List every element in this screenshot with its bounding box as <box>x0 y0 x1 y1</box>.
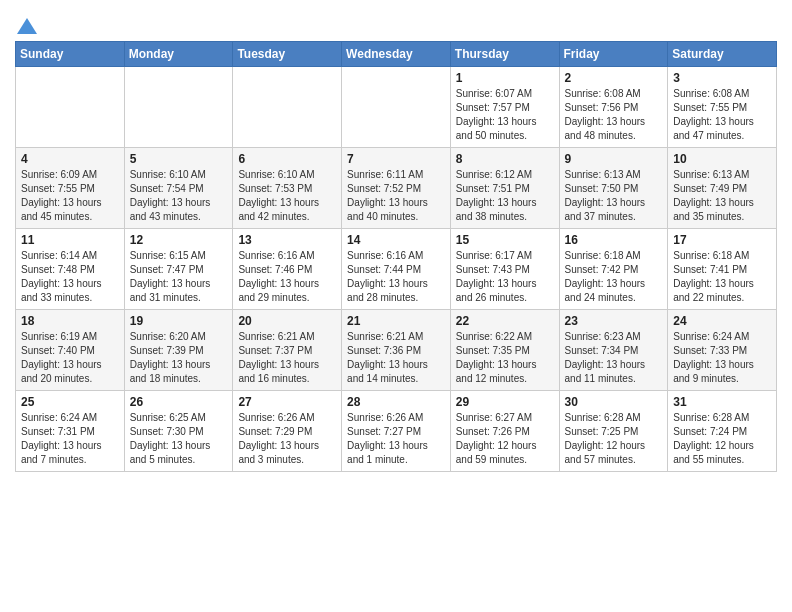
day-info: Sunrise: 6:17 AMSunset: 7:43 PMDaylight:… <box>456 250 537 303</box>
day-number: 6 <box>238 152 336 166</box>
calendar-cell: 5Sunrise: 6:10 AMSunset: 7:54 PMDaylight… <box>124 148 233 229</box>
weekday-header-thursday: Thursday <box>450 42 559 67</box>
calendar-cell: 22Sunrise: 6:22 AMSunset: 7:35 PMDayligh… <box>450 310 559 391</box>
day-info: Sunrise: 6:11 AMSunset: 7:52 PMDaylight:… <box>347 169 428 222</box>
calendar-cell: 17Sunrise: 6:18 AMSunset: 7:41 PMDayligh… <box>668 229 777 310</box>
logo-icon <box>17 18 37 34</box>
day-number: 3 <box>673 71 771 85</box>
calendar-cell: 25Sunrise: 6:24 AMSunset: 7:31 PMDayligh… <box>16 391 125 472</box>
calendar-table: SundayMondayTuesdayWednesdayThursdayFrid… <box>15 41 777 472</box>
calendar-cell: 23Sunrise: 6:23 AMSunset: 7:34 PMDayligh… <box>559 310 668 391</box>
day-number: 13 <box>238 233 336 247</box>
day-number: 27 <box>238 395 336 409</box>
day-number: 28 <box>347 395 445 409</box>
day-number: 10 <box>673 152 771 166</box>
calendar-week-row: 4Sunrise: 6:09 AMSunset: 7:55 PMDaylight… <box>16 148 777 229</box>
calendar-week-row: 18Sunrise: 6:19 AMSunset: 7:40 PMDayligh… <box>16 310 777 391</box>
calendar-cell: 31Sunrise: 6:28 AMSunset: 7:24 PMDayligh… <box>668 391 777 472</box>
day-info: Sunrise: 6:28 AMSunset: 7:24 PMDaylight:… <box>673 412 754 465</box>
day-number: 25 <box>21 395 119 409</box>
day-info: Sunrise: 6:27 AMSunset: 7:26 PMDaylight:… <box>456 412 537 465</box>
weekday-header-tuesday: Tuesday <box>233 42 342 67</box>
day-number: 7 <box>347 152 445 166</box>
day-number: 24 <box>673 314 771 328</box>
day-info: Sunrise: 6:09 AMSunset: 7:55 PMDaylight:… <box>21 169 102 222</box>
day-info: Sunrise: 6:26 AMSunset: 7:27 PMDaylight:… <box>347 412 428 465</box>
day-number: 12 <box>130 233 228 247</box>
day-info: Sunrise: 6:22 AMSunset: 7:35 PMDaylight:… <box>456 331 537 384</box>
calendar-cell <box>124 67 233 148</box>
calendar-cell: 11Sunrise: 6:14 AMSunset: 7:48 PMDayligh… <box>16 229 125 310</box>
calendar-cell: 30Sunrise: 6:28 AMSunset: 7:25 PMDayligh… <box>559 391 668 472</box>
calendar-cell: 19Sunrise: 6:20 AMSunset: 7:39 PMDayligh… <box>124 310 233 391</box>
day-number: 18 <box>21 314 119 328</box>
day-number: 11 <box>21 233 119 247</box>
calendar-cell: 10Sunrise: 6:13 AMSunset: 7:49 PMDayligh… <box>668 148 777 229</box>
weekday-header-row: SundayMondayTuesdayWednesdayThursdayFrid… <box>16 42 777 67</box>
weekday-header-wednesday: Wednesday <box>342 42 451 67</box>
day-number: 1 <box>456 71 554 85</box>
day-number: 21 <box>347 314 445 328</box>
calendar-cell: 29Sunrise: 6:27 AMSunset: 7:26 PMDayligh… <box>450 391 559 472</box>
day-info: Sunrise: 6:24 AMSunset: 7:33 PMDaylight:… <box>673 331 754 384</box>
weekday-header-friday: Friday <box>559 42 668 67</box>
weekday-header-sunday: Sunday <box>16 42 125 67</box>
day-info: Sunrise: 6:23 AMSunset: 7:34 PMDaylight:… <box>565 331 646 384</box>
day-number: 26 <box>130 395 228 409</box>
day-info: Sunrise: 6:16 AMSunset: 7:44 PMDaylight:… <box>347 250 428 303</box>
calendar-cell: 20Sunrise: 6:21 AMSunset: 7:37 PMDayligh… <box>233 310 342 391</box>
day-info: Sunrise: 6:20 AMSunset: 7:39 PMDaylight:… <box>130 331 211 384</box>
day-info: Sunrise: 6:08 AMSunset: 7:56 PMDaylight:… <box>565 88 646 141</box>
day-info: Sunrise: 6:14 AMSunset: 7:48 PMDaylight:… <box>21 250 102 303</box>
day-info: Sunrise: 6:10 AMSunset: 7:54 PMDaylight:… <box>130 169 211 222</box>
day-info: Sunrise: 6:13 AMSunset: 7:49 PMDaylight:… <box>673 169 754 222</box>
calendar-cell: 27Sunrise: 6:26 AMSunset: 7:29 PMDayligh… <box>233 391 342 472</box>
calendar-cell <box>16 67 125 148</box>
day-number: 31 <box>673 395 771 409</box>
day-number: 2 <box>565 71 663 85</box>
day-number: 14 <box>347 233 445 247</box>
day-info: Sunrise: 6:18 AMSunset: 7:42 PMDaylight:… <box>565 250 646 303</box>
day-number: 17 <box>673 233 771 247</box>
day-info: Sunrise: 6:08 AMSunset: 7:55 PMDaylight:… <box>673 88 754 141</box>
day-info: Sunrise: 6:10 AMSunset: 7:53 PMDaylight:… <box>238 169 319 222</box>
day-info: Sunrise: 6:12 AMSunset: 7:51 PMDaylight:… <box>456 169 537 222</box>
svg-marker-0 <box>17 18 37 34</box>
calendar-cell: 26Sunrise: 6:25 AMSunset: 7:30 PMDayligh… <box>124 391 233 472</box>
day-info: Sunrise: 6:25 AMSunset: 7:30 PMDaylight:… <box>130 412 211 465</box>
calendar-cell: 24Sunrise: 6:24 AMSunset: 7:33 PMDayligh… <box>668 310 777 391</box>
calendar-week-row: 25Sunrise: 6:24 AMSunset: 7:31 PMDayligh… <box>16 391 777 472</box>
calendar-cell: 12Sunrise: 6:15 AMSunset: 7:47 PMDayligh… <box>124 229 233 310</box>
calendar-cell: 16Sunrise: 6:18 AMSunset: 7:42 PMDayligh… <box>559 229 668 310</box>
day-info: Sunrise: 6:19 AMSunset: 7:40 PMDaylight:… <box>21 331 102 384</box>
calendar-cell: 15Sunrise: 6:17 AMSunset: 7:43 PMDayligh… <box>450 229 559 310</box>
calendar-cell: 18Sunrise: 6:19 AMSunset: 7:40 PMDayligh… <box>16 310 125 391</box>
day-info: Sunrise: 6:07 AMSunset: 7:57 PMDaylight:… <box>456 88 537 141</box>
calendar-cell: 7Sunrise: 6:11 AMSunset: 7:52 PMDaylight… <box>342 148 451 229</box>
day-number: 4 <box>21 152 119 166</box>
day-info: Sunrise: 6:24 AMSunset: 7:31 PMDaylight:… <box>21 412 102 465</box>
calendar-cell: 2Sunrise: 6:08 AMSunset: 7:56 PMDaylight… <box>559 67 668 148</box>
day-number: 23 <box>565 314 663 328</box>
day-number: 5 <box>130 152 228 166</box>
day-number: 22 <box>456 314 554 328</box>
day-number: 19 <box>130 314 228 328</box>
calendar-cell: 6Sunrise: 6:10 AMSunset: 7:53 PMDaylight… <box>233 148 342 229</box>
day-info: Sunrise: 6:13 AMSunset: 7:50 PMDaylight:… <box>565 169 646 222</box>
weekday-header-monday: Monday <box>124 42 233 67</box>
calendar-cell: 13Sunrise: 6:16 AMSunset: 7:46 PMDayligh… <box>233 229 342 310</box>
day-number: 29 <box>456 395 554 409</box>
day-number: 20 <box>238 314 336 328</box>
calendar-week-row: 1Sunrise: 6:07 AMSunset: 7:57 PMDaylight… <box>16 67 777 148</box>
calendar-cell: 3Sunrise: 6:08 AMSunset: 7:55 PMDaylight… <box>668 67 777 148</box>
calendar-cell: 21Sunrise: 6:21 AMSunset: 7:36 PMDayligh… <box>342 310 451 391</box>
logo <box>15 10 37 35</box>
calendar-cell: 1Sunrise: 6:07 AMSunset: 7:57 PMDaylight… <box>450 67 559 148</box>
weekday-header-saturday: Saturday <box>668 42 777 67</box>
day-number: 8 <box>456 152 554 166</box>
day-info: Sunrise: 6:15 AMSunset: 7:47 PMDaylight:… <box>130 250 211 303</box>
calendar-cell: 14Sunrise: 6:16 AMSunset: 7:44 PMDayligh… <box>342 229 451 310</box>
day-info: Sunrise: 6:28 AMSunset: 7:25 PMDaylight:… <box>565 412 646 465</box>
calendar-cell <box>233 67 342 148</box>
day-info: Sunrise: 6:21 AMSunset: 7:37 PMDaylight:… <box>238 331 319 384</box>
